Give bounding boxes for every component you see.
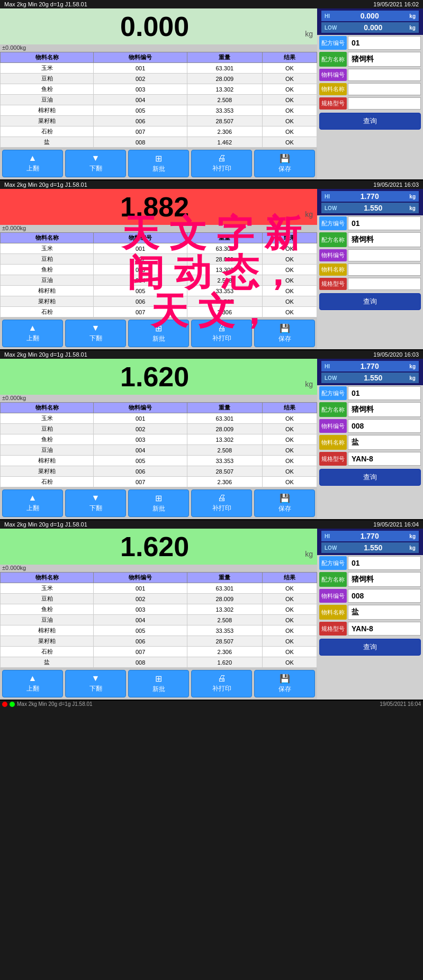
info-label-0[interactable]: 配方编号	[319, 386, 347, 400]
btn-上翻[interactable]: ▲上翻	[2, 320, 63, 347]
data-table: 物料名称物料编号重量结果玉米00163.301OK豆粕00228.009OK鱼粉…	[0, 402, 317, 487]
table-cell: OK	[262, 466, 317, 477]
info-label-1[interactable]: 配方名称	[319, 232, 347, 247]
sub-info: ±0.000kg	[0, 565, 317, 572]
table-cell: OK	[262, 265, 317, 275]
info-label-4[interactable]: 规格型号	[319, 622, 347, 636]
query-button[interactable]: 查询	[319, 639, 421, 656]
btn-保存[interactable]: 💾保存	[254, 489, 315, 517]
table-cell: 菜籽粕	[1, 636, 94, 647]
table-cell: 001	[94, 63, 187, 74]
btn-上翻[interactable]: ▲上翻	[2, 670, 63, 697]
btn-新批[interactable]: ⊞新批	[128, 489, 189, 517]
query-button[interactable]: 查询	[319, 113, 421, 130]
btn-下翻[interactable]: ▼下翻	[65, 320, 126, 347]
btn-label-上翻: 上翻	[26, 684, 39, 693]
info-block-4: 规格型号	[319, 97, 421, 110]
table-header: 物料编号	[94, 403, 187, 413]
table-cell: OK	[262, 243, 317, 254]
btn-补打印[interactable]: 🖨补打印	[191, 489, 252, 517]
top-bar-left: Max 2kg Min 20g d=1g J1.58.01	[4, 521, 87, 528]
info-label-3[interactable]: 物料名称	[319, 83, 347, 95]
hi-label: HI	[325, 533, 330, 539]
query-button[interactable]: 查询	[319, 293, 421, 310]
table-header: 物料名称	[1, 403, 94, 413]
hi-lo-display: HI1.770kgLOW1.550kg	[317, 359, 423, 385]
info-value-3	[348, 83, 421, 95]
query-button[interactable]: 查询	[319, 469, 421, 486]
info-label-4[interactable]: 规格型号	[319, 452, 347, 466]
info-label-4[interactable]: 规格型号	[319, 97, 347, 110]
btn-icon-上翻: ▲	[29, 674, 37, 683]
table-cell: OK	[262, 424, 317, 434]
info-label-0[interactable]: 配方编号	[319, 556, 347, 570]
info-value-2: 008	[348, 589, 421, 603]
btn-label-上翻: 上翻	[26, 334, 39, 343]
info-label-2[interactable]: 物料编号	[319, 249, 347, 261]
btn-下翻[interactable]: ▼下翻	[65, 150, 126, 177]
info-label-1[interactable]: 配方名称	[319, 572, 347, 587]
top-bar-right: 19/05/2021 16:02	[373, 1, 419, 7]
info-label-1[interactable]: 配方名称	[319, 52, 347, 67]
btn-icon-下翻: ▼	[92, 493, 100, 503]
table-cell: 13.302	[187, 84, 262, 95]
top-bar-left: Max 2kg Min 20g d=1g J1.58.01	[4, 182, 87, 188]
info-label-3[interactable]: 物料名称	[319, 435, 347, 450]
info-label-3[interactable]: 物料名称	[319, 605, 347, 620]
btn-上翻[interactable]: ▲上翻	[2, 150, 63, 177]
info-label-2[interactable]: 物料编号	[319, 589, 347, 603]
btn-新批[interactable]: ⊞新批	[128, 320, 189, 347]
weight-value: 1.620	[4, 361, 305, 393]
info-label-2[interactable]: 物料编号	[319, 419, 347, 433]
table-cell: 2.508	[187, 445, 262, 456]
btn-下翻[interactable]: ▼下翻	[65, 489, 126, 517]
table-row: 豆油0042.508OK	[1, 95, 317, 105]
lo-unit: kg	[409, 375, 416, 381]
weight-unit: kg	[305, 210, 313, 223]
btn-补打印[interactable]: 🖨补打印	[191, 320, 252, 347]
lo-value: 0.000	[364, 23, 382, 32]
info-label-2[interactable]: 物料编号	[319, 69, 347, 81]
btn-下翻[interactable]: ▼下翻	[65, 670, 126, 697]
table-cell: 豆粕	[1, 254, 94, 265]
table-cell: 63.301	[187, 583, 262, 594]
table-row: 豆粕00228.009OK	[1, 594, 317, 604]
table-cell: 13.302	[187, 265, 262, 275]
btn-保存[interactable]: 💾保存	[254, 150, 315, 177]
sub-info: ±0.000kg	[0, 225, 317, 232]
hi-label: HI	[325, 194, 330, 199]
info-label-4[interactable]: 规格型号	[319, 278, 347, 290]
btn-保存[interactable]: 💾保存	[254, 320, 315, 347]
btn-保存[interactable]: 💾保存	[254, 670, 315, 697]
table-row: 石粉0072.306OK	[1, 307, 317, 317]
weight-unit: kg	[305, 30, 313, 42]
info-label-3[interactable]: 物料名称	[319, 264, 347, 276]
table-row: 棉籽粕00533.353OK	[1, 286, 317, 296]
btn-label-新批: 新批	[152, 334, 165, 343]
info-label-1[interactable]: 配方名称	[319, 402, 347, 417]
top-bar-right: 19/05/2021 16:03	[373, 182, 419, 188]
table-cell: 28.009	[187, 74, 262, 84]
hi-value-row: HI1.770kg	[321, 531, 419, 541]
table-cell: 006	[94, 116, 187, 126]
weight-display-area: 0.000kg	[0, 8, 317, 44]
table-cell: 鱼粉	[1, 434, 94, 445]
btn-补打印[interactable]: 🖨补打印	[191, 150, 252, 177]
table-cell: 棉籽粕	[1, 456, 94, 466]
btn-label-上翻: 上翻	[26, 504, 39, 513]
btn-新批[interactable]: ⊞新批	[128, 670, 189, 697]
btn-label-保存: 保存	[278, 504, 291, 513]
info-block-0: 配方编号01	[319, 556, 421, 570]
btn-icon-新批: ⊞	[155, 153, 162, 164]
table-cell: OK	[262, 456, 317, 466]
table-header: 物料名称	[1, 233, 94, 243]
btn-上翻[interactable]: ▲上翻	[2, 489, 63, 517]
info-label-0[interactable]: 配方编号	[319, 216, 347, 230]
info-label-0[interactable]: 配方编号	[319, 36, 347, 50]
table-cell: OK	[262, 604, 317, 615]
table-cell: 石粉	[1, 477, 94, 487]
btn-新批[interactable]: ⊞新批	[128, 150, 189, 177]
table-cell: 004	[94, 275, 187, 286]
btn-补打印[interactable]: 🖨补打印	[191, 670, 252, 697]
table-row: 石粉0072.306OK	[1, 126, 317, 137]
